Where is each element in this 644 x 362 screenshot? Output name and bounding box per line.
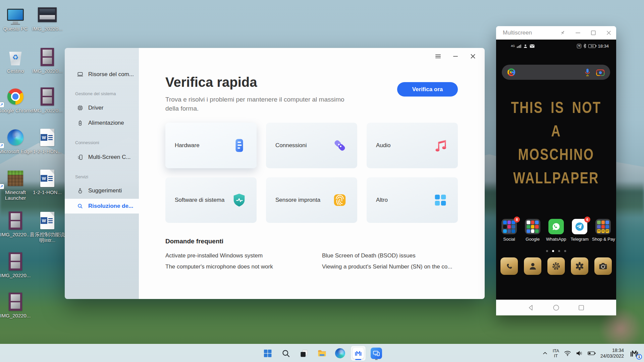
recycle-bin-icon: ♻ — [9, 49, 22, 65]
tile-sensore-impronta[interactable]: Sensore impronta — [266, 177, 357, 223]
shortcut-arrow-icon: ↗ — [0, 102, 4, 107]
dock-gallery-app[interactable] — [569, 257, 591, 275]
dock-settings-app[interactable] — [545, 257, 567, 275]
edge-icon — [335, 348, 345, 358]
sidebar-item-risorse[interactable]: Risorse del com... — [65, 67, 139, 82]
sidebar-item-suggerimenti[interactable]: Suggerimenti — [65, 183, 139, 198]
notification-badge: 8 — [514, 217, 520, 223]
hardware-icon — [231, 137, 247, 154]
faq-link[interactable]: Blue Screen of Death (BSOD) issues — [322, 252, 452, 259]
tile-connessioni[interactable]: Connessioni — [266, 123, 357, 168]
app-google-folder[interactable]: Google — [522, 219, 544, 242]
sidebar-item-alimentazione[interactable]: Alimentazione — [65, 116, 139, 130]
app-social-folder[interactable]: 8 Social — [498, 219, 520, 242]
desktop-icon-img[interactable]: IMG_20220... — [29, 5, 66, 32]
nav-back-icon[interactable] — [526, 303, 536, 312]
faq-link[interactable]: The computer's microphone does not work — [165, 263, 322, 270]
page-subtitle: Trova e risolvi i problemi per mantenere… — [165, 95, 353, 113]
word-doc-icon: W — [40, 170, 54, 187]
taskbar: ITAIT 18:3424/03/2022 1 — [0, 344, 644, 362]
windows-logo-icon — [263, 349, 272, 358]
sidebar-item-driver[interactable]: Driver — [65, 101, 139, 115]
desktop-icon-img[interactable]: IMG_20220... — [0, 251, 34, 278]
home-page-dots[interactable] — [496, 250, 616, 252]
pin-icon[interactable] — [559, 29, 566, 36]
photo-thumbnail-icon — [41, 87, 54, 106]
tile-audio[interactable]: Audio — [367, 123, 458, 168]
pc-manager-icon — [353, 348, 364, 359]
app-telegram[interactable]: 6 Telegram — [569, 219, 591, 242]
phone-wallpaper-text: THIS IS NOT A MOSCHINO WALLPAPER — [507, 96, 605, 189]
photo-thumbnail-icon — [38, 7, 57, 22]
volume-icon[interactable] — [576, 350, 583, 356]
dock-phone-app[interactable] — [498, 257, 520, 275]
faq-link[interactable]: Viewing a product's Serial Number (SN) o… — [322, 263, 452, 270]
multi-screen-icon — [77, 154, 84, 161]
faq-link[interactable]: Activate pre-installed Windows system — [165, 252, 322, 259]
edge-icon — [7, 129, 23, 145]
tile-hardware[interactable]: Hardware — [165, 123, 257, 168]
desktop-screen: Questo PC ♻ Cestino ↗ Google Chrome ↗ Mi… — [0, 0, 644, 362]
start-button[interactable] — [260, 346, 275, 361]
network-label: 4G — [511, 45, 515, 48]
app-whatsapp[interactable]: WhatsApp — [545, 219, 567, 242]
tile-altro[interactable]: Altro — [367, 177, 458, 223]
multiscreen-app-icon — [371, 348, 382, 359]
phone-screen: 4G N 50 18:34 — [496, 40, 616, 300]
page-title: Verifica rapida — [165, 75, 257, 90]
phone-status-bar: 4G N 50 18:34 — [496, 43, 616, 49]
pc-manager-tray-icon[interactable]: 1 — [629, 348, 640, 359]
app-shop-pay-folder[interactable]: PPIDBP Shop & Pay — [592, 219, 614, 242]
sidebar-item-multiscreen[interactable]: Multi-Screen C... — [65, 150, 139, 165]
nav-home-icon[interactable] — [551, 303, 561, 312]
status-time: 18:34 — [598, 44, 609, 49]
camera-lens-icon[interactable] — [596, 69, 605, 76]
photo-thumbnail-icon — [9, 212, 22, 230]
close-icon[interactable] — [469, 53, 477, 60]
desktop-icon-img[interactable]: IMG_20220... — [0, 292, 34, 318]
task-view-button[interactable] — [297, 346, 311, 361]
battery-icon[interactable] — [588, 351, 596, 356]
dock-contacts-app[interactable] — [522, 257, 544, 275]
google-logo-icon — [507, 68, 515, 76]
sidebar-item-risoluzione[interactable]: Risoluzione de... — [65, 199, 139, 214]
menu-icon[interactable] — [434, 53, 442, 60]
desktop-icon-word-doc[interactable]: W 音乐控制功能说明Intr... — [29, 210, 66, 243]
minimize-icon[interactable] — [452, 53, 459, 60]
tray-notification-badge: 1 — [636, 354, 642, 360]
maximize-icon[interactable] — [590, 29, 597, 36]
minimize-icon[interactable] — [575, 29, 581, 36]
whatsapp-icon — [548, 219, 564, 234]
desktop-icon-img[interactable]: IMG_20220... — [29, 47, 66, 74]
pc-manager-button[interactable] — [351, 346, 366, 361]
nfc-icon: N — [577, 44, 581, 48]
sidebar-section-servizi: Servizi — [75, 173, 88, 181]
multiscreen-titlebar: Multiscreen — [496, 26, 616, 40]
dock-camera-app[interactable] — [592, 257, 614, 275]
contacts-icon — [524, 257, 541, 275]
tile-software-sistema[interactable]: Software di sistema — [165, 177, 257, 223]
tray-expand-caret[interactable] — [542, 350, 548, 356]
edge-button[interactable] — [333, 346, 347, 361]
main-content: Verifica rapida Trova e risolvi i proble… — [139, 48, 485, 299]
language-indicator[interactable]: ITAIT — [553, 348, 559, 358]
desktop-icon-label: 音乐控制功能说明Intr... — [29, 232, 66, 243]
wifi-icon[interactable] — [564, 350, 571, 356]
close-icon[interactable] — [605, 29, 612, 36]
file-explorer-button[interactable] — [315, 346, 329, 361]
mic-icon[interactable] — [585, 68, 590, 76]
taskbar-clock[interactable]: 18:3424/03/2022 — [600, 348, 624, 359]
verify-now-button[interactable]: Verifica ora — [397, 82, 458, 97]
folder-icon — [317, 348, 327, 358]
desktop-icon-img[interactable]: IMG_20220... — [29, 86, 66, 113]
nav-recents-icon[interactable] — [577, 303, 586, 312]
taskbar-search-button[interactable] — [278, 346, 293, 361]
grid-squares-icon — [432, 192, 448, 208]
photo-thumbnail-icon — [41, 48, 54, 66]
google-search-bar[interactable] — [502, 65, 610, 80]
desktop-icon-word-doc[interactable]: W 1-2-1-HON... — [29, 168, 66, 195]
desktop-icon-word-doc[interactable]: W 1-2-1-HON... — [29, 127, 66, 154]
phone-call-icon — [500, 257, 518, 275]
shop-pay-folder-icon: PPIDBP — [595, 219, 611, 234]
multiscreen-taskbar-button[interactable] — [369, 346, 384, 361]
